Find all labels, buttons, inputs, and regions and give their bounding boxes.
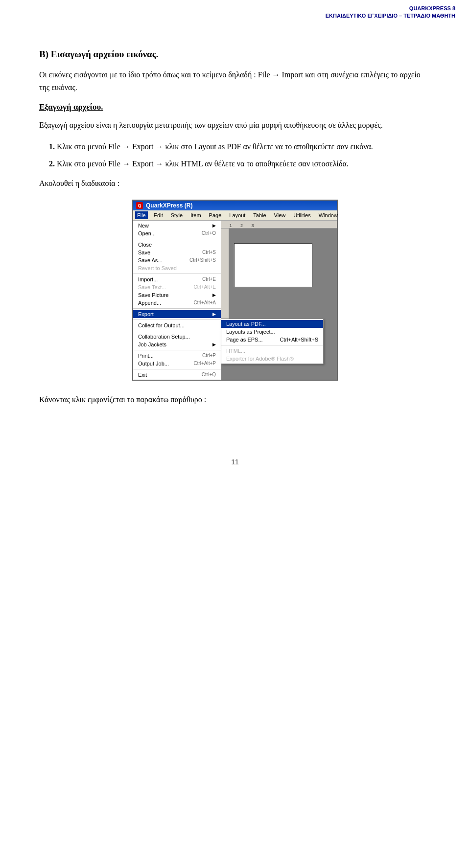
step-2: 2. Κλικ στο μενού File → Export → κλικ H… <box>49 158 431 170</box>
window-title: QuarkXPress (R) <box>146 202 192 209</box>
ruler-top: 1 2 3 <box>221 221 337 228</box>
canvas-page <box>234 243 312 287</box>
menu-edit[interactable]: Edit <box>152 211 165 219</box>
menu-file[interactable]: File <box>135 211 148 219</box>
submenu-page-eps[interactable]: Page as EPS...Ctrl+Alt+Shift+S <box>221 336 323 343</box>
submenu-flash: Exporter for Adobe® Flash® <box>221 355 323 363</box>
quarkxpress-window: Q QuarkXPress (R) File Edit Style Item P… <box>132 200 338 381</box>
follow-text: Ακολουθεί η διαδικασία : <box>39 179 431 188</box>
app-icon: Q <box>136 202 143 209</box>
export-submenu: Layout as PDF... Layouts as Project... P… <box>221 319 324 364</box>
sub-sep1 <box>221 345 323 345</box>
step-1: 1. Κλικ στο μενού File → Export → κλικ σ… <box>49 140 431 153</box>
menu-append[interactable]: Append...Ctrl+Alt+A <box>133 299 221 307</box>
menubar: File Edit Style Item Page Layout Table V… <box>133 210 337 221</box>
menu-exit[interactable]: ExitCtrl+Q <box>133 371 221 379</box>
canvas-bg <box>229 228 337 326</box>
page-header: QUARKXPRESS 8 ΕΚΠΑΙΔΕΥΤΙΚΟ ΕΓΧΕΙΡΙΔΙΟ – … <box>326 5 455 20</box>
sep2 <box>133 274 221 274</box>
menu-table[interactable]: Table <box>251 211 268 219</box>
submenu-layouts-project[interactable]: Layouts as Project... <box>221 328 323 336</box>
header-line2: ΕΚΠΑΙΔΕΥΤΙΚΟ ΕΓΧΕΙΡΙΔΙΟ – ΤΕΤΡΑΔΙΟ ΜΑΘΗΤ… <box>326 12 455 20</box>
header-line1: QUARKXPRESS 8 <box>326 5 455 12</box>
menu-layout[interactable]: Layout <box>227 211 247 219</box>
menu-new[interactable]: New▶ <box>133 222 221 229</box>
page-content: Β) Εισαγωγή αρχείου εικόνας. Οι εικόνες … <box>0 20 470 443</box>
intro-paragraph: Οι εικόνες εισάγονται με το ίδιο τρόπο ό… <box>39 69 431 93</box>
sep1 <box>133 239 221 239</box>
menu-view[interactable]: View <box>272 211 288 219</box>
menu-collect[interactable]: Collect for Output... <box>133 321 221 329</box>
steps-list: 1. Κλικ στο μενού File → Export → κλικ σ… <box>49 140 431 170</box>
menu-job-jackets[interactable]: Job Jackets▶ <box>133 341 221 348</box>
menu-style[interactable]: Style <box>169 211 185 219</box>
sep5 <box>133 331 221 331</box>
menu-save-text: Save Text...Ctrl+Alt+E <box>133 283 221 291</box>
ruler-left <box>221 228 229 326</box>
menu-save[interactable]: SaveCtrl+S <box>133 249 221 256</box>
menu-collab[interactable]: Collaboration Setup... <box>133 333 221 341</box>
menu-save-as[interactable]: Save As...Ctrl+Shift+S <box>133 256 221 264</box>
submenu-html: HTML... <box>221 347 323 355</box>
sep4 <box>133 320 221 320</box>
menu-import[interactable]: Import...Ctrl+E <box>133 275 221 283</box>
canvas-content <box>221 228 337 326</box>
screenshot-container: Q QuarkXPress (R) File Edit Style Item P… <box>39 200 431 381</box>
menu-close[interactable]: Close <box>133 241 221 249</box>
page-number: 11 <box>0 458 470 466</box>
menu-item[interactable]: Item <box>188 211 203 219</box>
below-screenshot-text: Κάνοντας κλικ εμφανίζεται το παρακάτω πα… <box>39 395 431 404</box>
titlebar: Q QuarkXPress (R) <box>133 201 337 210</box>
menu-revert: Revert to Saved <box>133 264 221 272</box>
menu-open[interactable]: Open...Ctrl+O <box>133 229 221 237</box>
menu-print[interactable]: Print...Ctrl+P <box>133 352 221 360</box>
submenu-layout-pdf[interactable]: Layout as PDF... <box>221 320 323 328</box>
export-description: Εξαγωγή αρχείου είναι η λειτουργία μετατ… <box>39 119 431 132</box>
sep6 <box>133 350 221 350</box>
menu-output-job[interactable]: Output Job...Ctrl+Alt+P <box>133 360 221 367</box>
sep3 <box>133 308 221 309</box>
menu-page[interactable]: Page <box>207 211 224 219</box>
window-body: New▶ Open...Ctrl+O Close SaveCtrl+S Save… <box>133 221 337 380</box>
menu-window[interactable]: Window <box>317 211 340 219</box>
menu-save-picture[interactable]: Save Picture▶ <box>133 291 221 299</box>
file-menu-dropdown: New▶ Open...Ctrl+O Close SaveCtrl+S Save… <box>133 221 221 380</box>
menu-export[interactable]: Export▶ <box>133 310 221 318</box>
export-title: Εξαγωγή αρχείου. <box>39 102 431 112</box>
sep7 <box>133 369 221 369</box>
section-b-title: Β) Εισαγωγή αρχείου εικόνας. <box>39 49 431 60</box>
menu-utilities[interactable]: Utilities <box>291 211 312 219</box>
